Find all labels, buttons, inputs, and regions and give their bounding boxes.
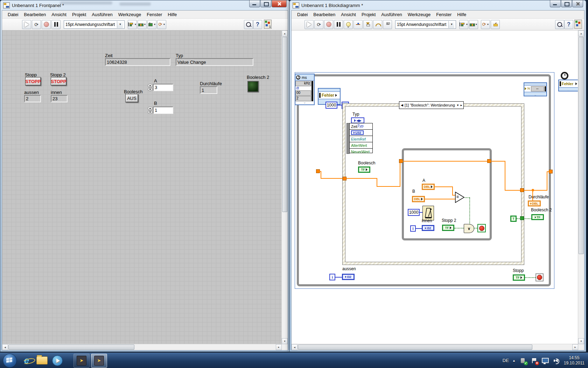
start-button[interactable] (3, 354, 17, 368)
scroll-up-arrow[interactable]: ▲ (578, 30, 584, 36)
close-button[interactable] (572, 0, 583, 7)
show-hidden-icons[interactable]: ▲ (512, 359, 516, 362)
align-objects-button[interactable]: ▼ (128, 20, 137, 29)
wait-constant[interactable]: 1000 (408, 209, 420, 216)
search-button[interactable] (244, 20, 253, 29)
menu-projekt[interactable]: Projekt (359, 11, 378, 18)
menu-werkzeuge[interactable]: Werkzeuge (405, 11, 434, 18)
vertical-scroll-thumb[interactable] (282, 37, 287, 212)
iteration-terminal[interactable]: i (410, 225, 416, 232)
reorder-button[interactable]: ⟳ ▼ (157, 20, 166, 29)
boolesch-terminal[interactable]: TF (358, 166, 370, 173)
scroll-left-arrow[interactable]: ◀ (292, 344, 298, 350)
event-case-selector[interactable]: ◀ [1] "Boolesch": Wertänderung ▼ ▸ (399, 101, 464, 109)
scroll-right-arrow[interactable]: ▸ (276, 344, 282, 350)
explorer-button[interactable] (35, 354, 49, 367)
vertical-scrollbar[interactable]: ▲ ▼ (281, 30, 288, 344)
frontpanel-canvas[interactable]: Zeit 10624328 Typ Value Change Stopp STO… (2, 30, 282, 344)
true-constant[interactable]: T (510, 216, 517, 222)
horizontal-scroll-thumb[interactable] (298, 345, 532, 350)
action-center-tray-icon[interactable]: ✕ (530, 357, 538, 364)
palette-icon[interactable] (574, 20, 582, 29)
run-button[interactable] (22, 20, 31, 29)
timeout-constant[interactable]: 1000 (326, 102, 337, 109)
distribute-objects-button[interactable]: ▼ (138, 20, 147, 29)
scroll-down-arrow[interactable]: ▼ (282, 338, 288, 344)
highlight-execution-button[interactable] (344, 20, 353, 29)
stopp-terminal[interactable]: TF (513, 274, 525, 281)
equal-node[interactable]: = (455, 192, 465, 204)
menu-ausfuehren[interactable]: Ausführen (89, 11, 115, 18)
frontpanel-titlebar[interactable]: Unbenannt 1 Frontpanel * (0, 0, 289, 10)
menu-ansicht[interactable]: Ansicht (338, 11, 359, 18)
resize-objects-button[interactable]: ▼ (147, 20, 156, 29)
menu-fenster[interactable]: Fenster (144, 11, 165, 18)
taskbar-clock[interactable]: 14:55 19.10.2011 (564, 355, 584, 366)
next-case-icon[interactable]: ▸ (461, 103, 462, 107)
menu-datei[interactable]: Datei (5, 11, 21, 18)
run-continuous-button[interactable]: ⟳ (32, 20, 41, 29)
blockdiagram-titlebar[interactable]: Unbenannt 1 Blockdiagramm * (290, 0, 586, 10)
network-tray-icon[interactable] (541, 357, 549, 364)
menu-bearbeiten[interactable]: Bearbeiten (310, 11, 338, 18)
u32-terminal[interactable]: U32 (351, 130, 364, 135)
menu-projekt[interactable]: Projekt (69, 11, 89, 18)
close-button[interactable] (272, 0, 287, 7)
timed-loop-output-node[interactable]: ?! -- ⌄ (524, 82, 547, 96)
outer-loop-condition-terminal[interactable] (536, 273, 544, 281)
maximize-button[interactable] (260, 0, 271, 7)
minimize-button[interactable] (249, 0, 260, 7)
run-continuous-button[interactable]: ⟳ (314, 20, 323, 29)
loop-condition-terminal[interactable] (477, 224, 486, 232)
vertical-scroll-thumb[interactable] (579, 37, 584, 254)
volume-tray-icon[interactable] (553, 357, 560, 364)
previous-case-icon[interactable]: ◀ (401, 103, 403, 107)
menu-ausfuehren[interactable]: Ausführen (378, 11, 405, 18)
menu-hilfe[interactable]: Hilfe (454, 11, 469, 18)
menu-fenster[interactable]: Fenster (433, 11, 454, 18)
case-dropdown-icon[interactable]: ▼ (456, 104, 459, 107)
pause-button[interactable] (51, 20, 61, 29)
horizontal-scrollbar[interactable]: ◀ ▸ (2, 344, 282, 350)
b-control[interactable]: 1 (153, 107, 173, 114)
abort-button[interactable] (42, 20, 51, 29)
horizontal-scrollbar[interactable]: ◀ ▸ (292, 344, 578, 350)
context-help-button[interactable]: ? (564, 20, 573, 29)
taskbar-app-labview-1[interactable]: ➤ (74, 354, 90, 368)
fehler-out-node[interactable]: Fehler ⌄ (558, 80, 579, 91)
scroll-down-arrow[interactable]: ▼ (578, 338, 584, 344)
timed-loop-input-node[interactable]: ms kHz dt 00 2 ⌄ (295, 74, 315, 105)
minimize-button[interactable] (550, 0, 561, 7)
blockdiagram-canvas[interactable]: ms kHz dt 00 2 ⌄ ?! -- (292, 30, 579, 344)
scroll-right-arrow[interactable]: ▸ (572, 344, 578, 350)
menu-datei[interactable]: Datei (294, 11, 310, 18)
boolesch-button[interactable]: AUS (125, 94, 138, 102)
or-node[interactable]: ∨ (464, 224, 474, 233)
iteration-terminal-outer[interactable]: i (329, 274, 335, 280)
retain-wire-values-button[interactable] (354, 20, 363, 29)
maximize-button[interactable] (561, 0, 572, 7)
menu-werkzeuge[interactable]: Werkzeuge (115, 11, 144, 18)
boolesch2-terminal[interactable]: TF (531, 214, 544, 220)
scroll-left-arrow[interactable]: ◀ (2, 344, 8, 350)
step-out-button[interactable] (383, 20, 392, 29)
horizontal-scroll-thumb[interactable] (8, 345, 134, 350)
typ-terminal[interactable]: ◀▶ (351, 117, 364, 123)
search-button[interactable] (555, 20, 564, 29)
menu-ansicht[interactable]: Ansicht (49, 11, 69, 18)
aussen-terminal[interactable]: I32 (342, 274, 355, 280)
event-data-node[interactable]: Zeit Typ U32 ElemRef AlterWert NeuerWert (349, 123, 373, 153)
a-spinner[interactable] (148, 84, 153, 91)
b-spinner[interactable] (148, 107, 153, 114)
stopp-button[interactable]: STOPP (25, 77, 41, 86)
pause-button[interactable] (334, 20, 343, 29)
vertical-scrollbar[interactable]: ▲ ▼ (578, 30, 584, 344)
font-selector[interactable]: 15pt Anwendungsschriftart ▼ (64, 20, 125, 29)
reorder-button[interactable]: ⟳ ▼ (481, 20, 490, 29)
context-help-button[interactable]: ? (253, 20, 262, 29)
scroll-up-arrow[interactable]: ▲ (282, 30, 288, 36)
cleanup-diagram-button[interactable] (491, 20, 500, 29)
align-objects-button[interactable]: ▼ (459, 20, 468, 29)
stopp2-button[interactable]: STOPP (51, 77, 66, 86)
font-selector[interactable]: 15pt Anwendungsschriftart ▼ (395, 20, 456, 29)
